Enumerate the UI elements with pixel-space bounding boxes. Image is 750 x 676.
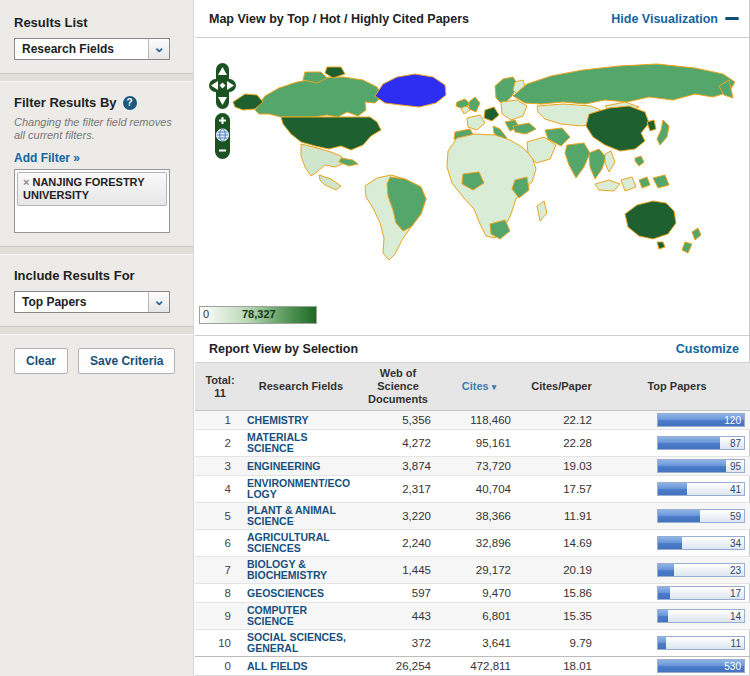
top-papers-value: 17 <box>730 588 741 599</box>
top-papers-value: 41 <box>730 484 741 495</box>
top-papers-bar-fill <box>658 564 674 576</box>
add-filter-link[interactable]: Add Filter » <box>14 151 80 165</box>
include-results-select[interactable]: Top Papers ⌄ <box>14 291 170 313</box>
research-field-link[interactable]: ENVIRONMENT/ECOLOGY <box>247 478 355 500</box>
top-papers-bar[interactable]: 41 <box>657 482 745 496</box>
row-rank: 7 <box>195 557 245 584</box>
top-papers-bar-fill <box>658 587 670 599</box>
top-papers-bar[interactable]: 34 <box>657 536 745 550</box>
top-papers-value: 120 <box>724 415 741 426</box>
row-rank: 6 <box>195 530 245 557</box>
top-papers-bar[interactable]: 95 <box>657 459 745 473</box>
top-papers-bar[interactable]: 23 <box>657 563 745 577</box>
row-cites-per-paper: 15.35 <box>519 603 604 630</box>
legend-min: 0 <box>203 308 209 320</box>
row-rank: 2 <box>195 430 245 457</box>
table-row: 4ENVIRONMENT/ECOLOGY2,31740,70417.5741 <box>195 476 750 503</box>
row-wos-documents: 4,272 <box>357 430 439 457</box>
row-wos-documents: 443 <box>357 603 439 630</box>
top-papers-bar[interactable]: 14 <box>657 609 745 623</box>
row-rank: 0 <box>195 657 245 676</box>
research-field-link[interactable]: GEOSCIENCES <box>247 588 355 599</box>
filter-chip-label: NANJING FORESTRY UNIVERSITY <box>23 176 144 201</box>
top-papers-bar[interactable]: 17 <box>657 586 745 600</box>
col-wos-documents[interactable]: Web of Science Documents <box>357 363 439 411</box>
research-field-link[interactable]: COMPUTER SCIENCE <box>247 605 355 627</box>
report-table: Total: 11 Research Fields Web of Science… <box>195 362 750 676</box>
results-list-heading: Results List <box>14 15 179 30</box>
top-papers-bar-fill <box>658 537 682 549</box>
table-row: 1CHEMISTRY5,356118,46022.12120 <box>195 411 750 430</box>
research-field-link[interactable]: ALL FIELDS <box>247 661 355 672</box>
top-papers-bar[interactable]: 530 <box>657 659 745 673</box>
save-criteria-button[interactable]: Save Criteria <box>78 348 175 374</box>
row-rank: 8 <box>195 584 245 603</box>
filter-note: Changing the filter field removes all cu… <box>14 116 179 142</box>
legend-gradient: 0 78,327 <box>199 306 317 324</box>
top-papers-bar[interactable]: 120 <box>657 413 745 427</box>
top-papers-value: 11 <box>731 638 741 649</box>
clear-button[interactable]: Clear <box>14 348 68 374</box>
row-cites-per-paper: 20.19 <box>519 557 604 584</box>
research-field-link[interactable]: MATERIALS SCIENCE <box>247 432 355 454</box>
row-rank: 3 <box>195 457 245 476</box>
top-papers-bar[interactable]: 87 <box>657 436 745 450</box>
chevron-down-icon: ⌄ <box>148 39 169 59</box>
remove-icon[interactable]: × <box>23 176 29 188</box>
top-papers-bar-fill <box>658 437 720 449</box>
row-cites-per-paper: 17.57 <box>519 476 604 503</box>
research-field-link[interactable]: AGRICULTURAL SCIENCES <box>247 532 355 554</box>
main-panel: Map View by Top / Hot / Highly Cited Pap… <box>195 0 750 676</box>
col-cites[interactable]: Cites ▾ <box>439 363 519 411</box>
table-row: 8GEOSCIENCES5979,47015.8617 <box>195 584 750 603</box>
results-list-select[interactable]: Research Fields ⌄ <box>14 38 170 60</box>
research-field-link[interactable]: BIOLOGY & BIOCHEMISTRY <box>247 559 355 581</box>
table-row-total: 0ALL FIELDS26,254472,81118.01530 <box>195 657 750 676</box>
table-row: 3ENGINEERING3,87473,72019.0395 <box>195 457 750 476</box>
row-cites-per-paper: 18.01 <box>519 657 604 676</box>
col-cites-per-paper[interactable]: Cites/Paper <box>519 363 604 411</box>
world-map[interactable] <box>195 46 750 304</box>
top-papers-value: 34 <box>730 538 741 549</box>
map-zoom-control[interactable] <box>215 113 230 159</box>
active-filters-box: ×NANJING FORESTRY UNIVERSITY <box>14 169 170 233</box>
row-cites: 9,470 <box>439 584 519 603</box>
globe-icon <box>217 129 229 141</box>
sidebar-divider <box>0 246 193 255</box>
help-icon[interactable]: ? <box>123 96 137 110</box>
map-pan-control[interactable] <box>209 63 236 109</box>
top-papers-value: 14 <box>730 611 741 622</box>
top-papers-bar[interactable]: 11 <box>657 636 745 650</box>
top-papers-bar-fill <box>658 510 700 522</box>
research-field-link[interactable]: SOCIAL SCIENCES, GENERAL <box>247 632 355 654</box>
research-field-link[interactable]: CHEMISTRY <box>247 415 355 426</box>
customize-link[interactable]: Customize <box>676 342 739 356</box>
row-cites-per-paper: 14.69 <box>519 530 604 557</box>
col-top-papers[interactable]: Top Papers <box>604 363 750 411</box>
row-cites: 95,161 <box>439 430 519 457</box>
filter-results-heading: Filter Results By <box>14 95 117 110</box>
row-rank: 5 <box>195 503 245 530</box>
row-cites: 3,641 <box>439 630 519 657</box>
report-table-body: 1CHEMISTRY5,356118,46022.121202MATERIALS… <box>195 411 750 676</box>
top-papers-bar[interactable]: 59 <box>657 509 745 523</box>
table-header-row: Total: 11 Research Fields Web of Science… <box>195 363 750 411</box>
filter-chip[interactable]: ×NANJING FORESTRY UNIVERSITY <box>17 172 167 206</box>
research-field-link[interactable]: PLANT & ANIMAL SCIENCE <box>247 505 355 527</box>
hide-visualization-link[interactable]: Hide Visualization <box>611 12 739 26</box>
research-field-link[interactable]: ENGINEERING <box>247 461 355 472</box>
row-wos-documents: 2,317 <box>357 476 439 503</box>
table-row: 7BIOLOGY & BIOCHEMISTRY1,44529,17220.192… <box>195 557 750 584</box>
row-rank: 1 <box>195 411 245 430</box>
minus-icon <box>725 17 739 20</box>
row-cites-per-paper: 22.28 <box>519 430 604 457</box>
row-wos-documents: 5,356 <box>357 411 439 430</box>
row-cites: 29,172 <box>439 557 519 584</box>
map-visualization[interactable]: 0 78,327 <box>195 38 749 336</box>
top-papers-value: 59 <box>730 511 741 522</box>
table-row: 9COMPUTER SCIENCE4436,80115.3514 <box>195 603 750 630</box>
row-cites: 32,896 <box>439 530 519 557</box>
row-cites: 472,811 <box>439 657 519 676</box>
row-cites-per-paper: 22.12 <box>519 411 604 430</box>
table-row: 5PLANT & ANIMAL SCIENCE3,22038,36611.915… <box>195 503 750 530</box>
